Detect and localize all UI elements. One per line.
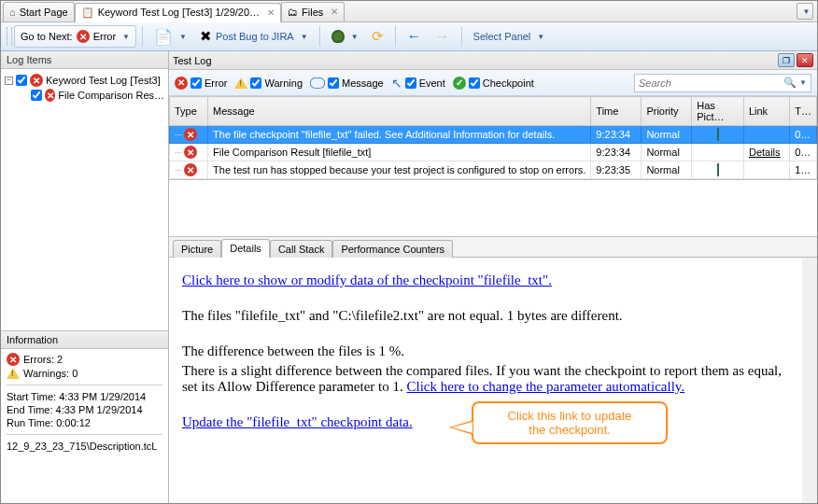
label: Select Panel [473,31,531,42]
panel-title: Test Log [173,55,212,66]
end-time: End Time: 4:33 PM 1/29/2014 [7,404,162,415]
tree-checkbox[interactable] [31,90,42,101]
tab-performance-counters[interactable]: Performance Counters [332,240,453,258]
detail-tabs: Picture Details Call Stack Performance C… [169,237,817,258]
files-icon: 🗂 [288,7,298,18]
details-link[interactable]: Details [749,147,781,158]
warning-icon [7,368,20,379]
home-icon: ⌂ [9,7,16,18]
message-icon [310,77,325,89]
error-icon: ✕ [184,163,197,176]
details-text: The difference between the files is 1 %. [182,343,789,359]
tree-root[interactable]: − ✕ Keyword Test Log [Test3] [5,73,164,88]
log-items-tree: − ✕ Keyword Test Log [Test3] ✕ File Comp… [1,69,168,330]
cell-time: 9:23:35 [591,161,642,179]
annotation-callout: Click this link to update the checkpoint… [472,401,668,444]
tab-call-stack[interactable]: Call Stack [270,240,333,258]
goto-next-button[interactable]: Go to Next: ✕ Error ▼ [14,25,136,48]
cell-time: 9:23:34 [591,126,642,144]
copy-button[interactable]: 📄▼ [148,25,192,48]
filter-warning[interactable]: Warning [234,77,303,89]
tree-child[interactable]: ✕ File Comparison Res… [31,88,164,103]
copy-icon: 📄 [154,28,173,46]
file-ref: 12_9_23_23_715\Description.tcL [7,441,162,452]
cell-priority: Normal [642,161,692,179]
grip[interactable] [7,27,12,46]
table-row[interactable]: ⋯✕ The test run has stopped because your… [170,161,817,179]
col-has-picture[interactable]: Has Pict… [692,97,744,126]
error-icon: ✕ [184,146,197,159]
chevron-down-icon[interactable]: ▼ [799,78,807,87]
tree-label: File Comparison Res… [58,90,164,101]
search-box[interactable]: 🔍 ▼ [634,74,811,92]
update-checkpoint-link[interactable]: Update the "filefile_txt" checkpoint dat… [182,414,413,429]
tab-picture[interactable]: Picture [173,240,221,258]
test-log-header: Test Log ❐ ✕ [169,51,817,70]
table-row[interactable]: ⋯✕ File Comparison Result [filefile_txt]… [170,144,817,161]
label: Post Bug to JIRA [216,31,294,42]
information-panel: ✕Errors: 2 Warnings: 0 Start Time: 4:33 … [1,349,168,455]
search-icon[interactable]: 🔍 [783,77,797,89]
label: Error [93,31,116,42]
nav-forward-button[interactable]: → [430,25,456,48]
tab-start-page[interactable]: ⌂ Start Page [3,2,75,21]
cell-message: The test run has stopped because your te… [208,161,591,179]
warning-icon [234,77,247,89]
col-time[interactable]: Time [591,97,642,126]
tab-details[interactable]: Details [221,239,270,258]
arrow-right-icon: → [435,28,450,45]
separator [461,26,462,47]
filter-event[interactable]: ↖Event [391,76,445,91]
tab-label: Files [302,7,323,18]
filter-error[interactable]: ✕Error [175,77,227,90]
nav-back-button[interactable]: ← [402,25,428,48]
select-panel-button[interactable]: Select Panel ▼ [468,25,551,48]
change-parameter-link[interactable]: Click here to change the parameter autom… [406,379,684,394]
event-icon: ↖ [391,76,402,91]
collapse-icon[interactable]: − [5,77,13,85]
col-type[interactable]: Type [170,97,208,126]
close-button[interactable]: ✕ [797,53,813,67]
error-icon: ✕ [175,77,188,90]
cell-message: The file checkpoint "filefile_txt" faile… [208,126,591,144]
col-priority[interactable]: Priority [642,97,692,126]
warnings-count: Warnings: 0 [23,368,78,379]
filter-message[interactable]: Message [310,77,384,89]
cell-message: File Comparison Result [filefile_txt] [208,144,591,161]
close-icon[interactable]: ✕ [331,7,338,17]
col-link[interactable]: Link [743,97,789,126]
bug-button[interactable]: ▼ [326,25,364,48]
maximize-button[interactable]: ❐ [778,53,795,67]
cell-priority: Normal [642,126,692,144]
search-input[interactable] [639,77,783,89]
refresh-button[interactable]: ⟳ [366,25,389,48]
table-row[interactable]: ⋯✕ The file checkpoint "filefile_txt" fa… [170,126,817,144]
details-pane: Click here to show or modify data of the… [169,258,817,503]
tree-checkbox[interactable] [16,75,27,86]
col-t[interactable]: T… [790,97,817,126]
error-icon: ✕ [30,74,43,87]
start-time: Start Time: 4:33 PM 1/29/2014 [7,391,162,402]
error-icon: ✕ [77,30,90,43]
document-tabs: ⌂ Start Page 📋 Keyword Test Log [Test3] … [1,1,817,22]
tab-keyword-test-log[interactable]: 📋 Keyword Test Log [Test3] 1/29/20… ✕ [75,3,281,22]
error-icon: ✕ [7,353,20,366]
modify-checkpoint-link[interactable]: Click here to show or modify data of the… [182,273,552,287]
details-text: The files "filefile_txt" and "C:\filefil… [182,308,789,324]
cell-link [743,126,789,144]
log-table: Type Message Time Priority Has Pict… Lin… [169,96,817,179]
separator [142,26,143,47]
separator [319,26,320,47]
tab-files[interactable]: 🗂 Files ✕ [281,2,345,21]
log-items-header: Log Items [1,51,168,69]
close-icon[interactable]: ✕ [267,7,275,18]
arrow-left-icon: ← [407,28,422,45]
post-bug-jira-button[interactable]: ✖︎ Post Bug to JIRA ▼ [194,25,314,48]
check-icon: ✓ [453,77,466,90]
cell-t: 1… [790,161,817,179]
log-icon: 📋 [81,7,94,19]
col-message[interactable]: Message [208,97,591,126]
tabs-dropdown[interactable]: ▼ [797,3,813,20]
filter-checkpoint[interactable]: ✓Checkpoint [453,77,534,90]
picture-icon [717,128,719,141]
